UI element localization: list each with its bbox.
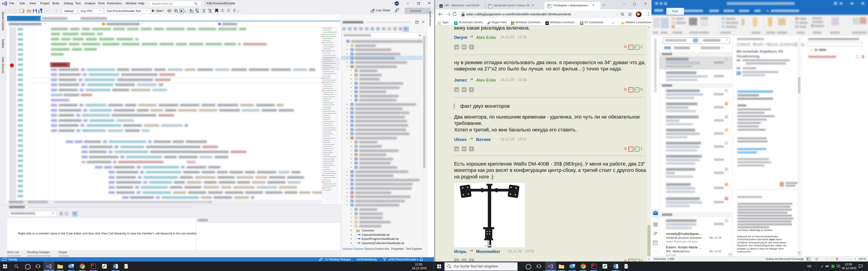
svg-text:«»: «» [462,147,465,150]
svg-text:!: ! [471,259,472,262]
svg-text:W: W [614,265,616,268]
svg-text:«»: «» [462,45,465,48]
svg-text:?: ? [126,265,128,269]
svg-text:«»: «» [462,259,465,262]
svg-text:!: ! [471,88,472,92]
svg-text:W: W [114,265,116,268]
svg-text:«»: «» [462,88,465,91]
svg-text:?: ? [626,265,628,269]
svg-text:!: ! [471,45,472,49]
svg-text:!: ! [471,147,472,150]
